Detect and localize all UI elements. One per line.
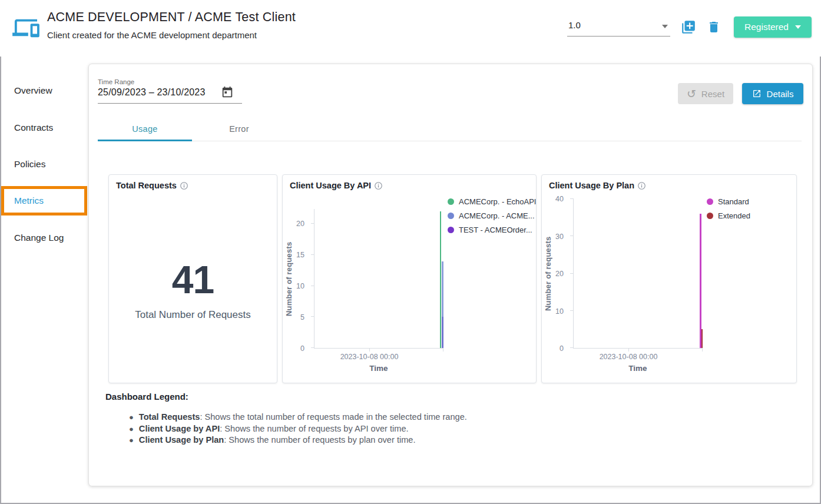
- add-version-button[interactable]: [681, 19, 696, 35]
- details-label: Details: [767, 89, 794, 99]
- legend-label: ACMECorp. - EchoAPI: [459, 197, 537, 206]
- legend-desc: : Shows the number of requests by API ov…: [220, 424, 408, 433]
- chart-legend-item[interactable]: ACMECorp. - EchoAPI: [448, 194, 537, 208]
- tab-error[interactable]: Error: [192, 120, 286, 141]
- y-tick-mark: [311, 347, 315, 348]
- tab-usage[interactable]: Usage: [98, 120, 192, 141]
- chart-plot: [573, 199, 703, 349]
- x-axis-label: Time: [314, 364, 443, 373]
- version-value: 1.0: [568, 20, 581, 30]
- rotate-left-icon: ↺: [687, 88, 696, 100]
- bullet-icon: ●: [129, 413, 134, 422]
- sidebar-item-change-log[interactable]: Change Log: [0, 233, 88, 243]
- chart-legend-item[interactable]: TEST - ACMEOrder...: [448, 223, 537, 237]
- details-button[interactable]: Details: [742, 83, 803, 104]
- legend-dot-icon: [448, 198, 454, 205]
- sidebar-item-policies[interactable]: Policies: [0, 159, 88, 170]
- version-select[interactable]: 1.0: [567, 18, 670, 37]
- caret-down-icon: [795, 25, 801, 29]
- metrics-highlight-box: Metrics: [1, 186, 87, 215]
- x-tick-mark: [702, 348, 703, 352]
- legend-term: Client Usage by Plan: [139, 435, 224, 445]
- series-spike: [700, 214, 701, 348]
- sidebar-item-contracts[interactable]: Contracts: [0, 122, 88, 133]
- x-tick-mark: [443, 348, 443, 352]
- reset-button[interactable]: ↺ Reset: [678, 83, 733, 104]
- legend-row: ●Client Usage by API: Shows the number o…: [129, 423, 467, 435]
- y-tick-mark: [311, 223, 315, 224]
- client-usage-by-plan-card: Client Usage By Plan Number of requests …: [541, 174, 797, 383]
- tab-bar: Usage Error: [98, 120, 802, 141]
- sidebar-item-metrics[interactable]: Metrics: [4, 195, 44, 206]
- y-tick-mark: [570, 347, 574, 348]
- info-icon[interactable]: [637, 181, 646, 190]
- chart-legend: ACMECorp. - EchoAPIACMECorp. - ACME...TE…: [448, 194, 537, 237]
- delete-version-button[interactable]: [707, 20, 721, 34]
- y-tick-mark: [570, 236, 574, 236]
- y-tick-mark: [570, 198, 574, 199]
- info-icon[interactable]: [374, 181, 383, 190]
- card-title-row: Total Requests: [116, 181, 188, 190]
- status-label: Registered: [744, 22, 789, 32]
- library-add-icon: [681, 19, 696, 35]
- total-requests-card: Total Requests 41 Total Number of Reques…: [108, 174, 277, 383]
- chart-title: Client Usage By API: [290, 181, 371, 190]
- chart-legend-item[interactable]: ACMECorp. - ACME...: [448, 208, 537, 223]
- page-subtitle: Client created for the ACME development …: [47, 30, 296, 40]
- y-tick-label: 0: [542, 344, 564, 353]
- sidebar-item-overview[interactable]: Overview: [0, 85, 88, 96]
- y-tick-label: 30: [542, 232, 564, 241]
- x-tick-label: 2023-10-08 00:00: [573, 353, 684, 361]
- y-tick-mark: [570, 310, 574, 311]
- chart-title: Client Usage By Plan: [549, 181, 634, 190]
- caret-down-icon: [662, 25, 668, 28]
- open-in-new-icon: [752, 89, 762, 98]
- chart-legend: StandardExtended: [707, 194, 750, 223]
- dashboard-legend-list: ●Total Requests: Shows the total number …: [129, 412, 467, 446]
- bullet-icon: ●: [129, 425, 134, 433]
- legend-label: Standard: [718, 197, 749, 206]
- y-tick-label: 0: [283, 344, 304, 353]
- series-spike: [440, 211, 441, 348]
- x-tick-mark: [369, 348, 370, 352]
- chart-plot: [314, 209, 443, 349]
- legend-label: ACMECorp. - ACME...: [459, 211, 535, 220]
- chart-legend-item[interactable]: Standard: [707, 194, 750, 208]
- legend-term: Client Usage by API: [139, 424, 220, 433]
- legend-label: Extended: [718, 211, 750, 220]
- calendar-icon[interactable]: [221, 86, 234, 99]
- y-axis-ticks: 010203040: [542, 199, 568, 349]
- status-button[interactable]: Registered: [734, 16, 812, 38]
- x-axis-label: Time: [573, 364, 703, 373]
- header-controls: 1.0 Registered: [567, 15, 812, 39]
- time-range-field[interactable]: Time Range 25/09/2023 – 23/10/2023: [98, 78, 242, 104]
- total-requests-value: 41: [109, 257, 277, 302]
- legend-dot-icon: [448, 213, 454, 219]
- y-tick-label: 10: [283, 281, 304, 291]
- app-window: { "header": { "title": "ACME DEVELOPMENT…: [0, 0, 821, 504]
- legend-desc: : Shows the number of requests by plan o…: [224, 435, 415, 445]
- y-tick-mark: [311, 316, 315, 317]
- time-range-label: Time Range: [98, 78, 242, 85]
- legend-dot-icon: [448, 227, 454, 233]
- legend-dot-icon: [707, 198, 713, 205]
- card-title-row: Client Usage By Plan: [549, 181, 646, 190]
- trash-icon: [707, 20, 721, 34]
- y-tick-label: 5: [283, 313, 304, 322]
- legend-row: ●Client Usage by Plan: Shows the number …: [129, 435, 467, 446]
- chart-legend-item[interactable]: Extended: [707, 208, 750, 223]
- legend-desc: : Shows the total number of requests mad…: [200, 412, 466, 422]
- title-block: ACME DEVELOPMENT / ACME Test Client Clie…: [47, 10, 296, 40]
- legend-label: TEST - ACMEOrder...: [459, 226, 532, 234]
- legend-row: ●Total Requests: Shows the total number …: [129, 412, 467, 423]
- client-usage-by-api-card: Client Usage By API Number of requests 0…: [282, 174, 537, 383]
- legend-dot-icon: [707, 213, 713, 219]
- page-title: ACME DEVELOPMENT / ACME Test Client: [47, 10, 296, 25]
- reset-label: Reset: [701, 89, 724, 99]
- y-tick-mark: [311, 254, 315, 255]
- y-tick-mark: [570, 273, 574, 274]
- dashboard-legend-title: Dashboard Legend:: [105, 392, 467, 402]
- y-tick-label: 40: [542, 194, 564, 204]
- y-tick-mark: [311, 286, 315, 286]
- info-icon[interactable]: [180, 181, 188, 190]
